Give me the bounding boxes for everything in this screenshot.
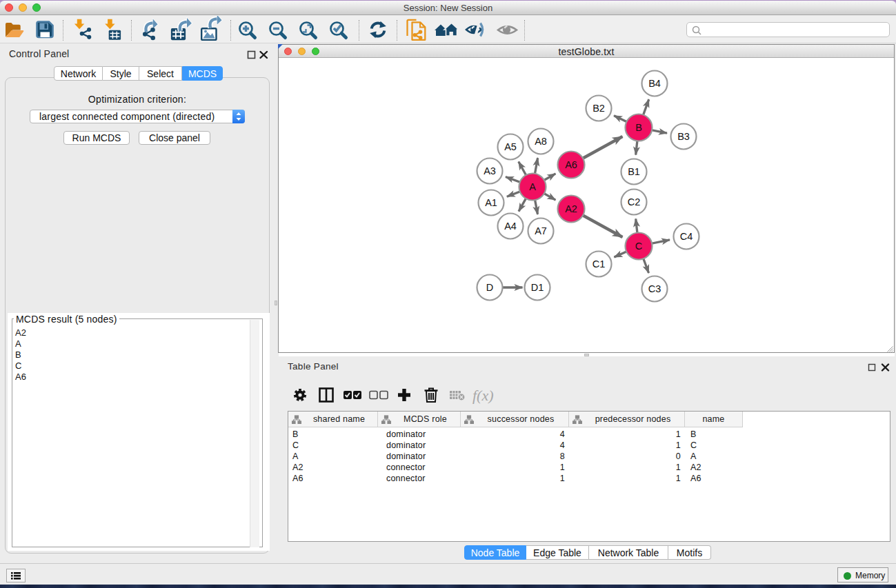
svg-text:D1: D1 [531,282,544,293]
svg-text:A2: A2 [565,203,577,214]
svg-text:f(x): f(x) [472,387,494,404]
svg-text:A: A [529,181,536,192]
svg-text:A8: A8 [535,136,547,147]
svg-text:B3: B3 [677,131,690,142]
svg-text:B4: B4 [648,78,661,89]
svg-text:C3: C3 [648,283,661,294]
svg-text:C: C [635,241,642,252]
svg-text:B: B [635,122,642,133]
svg-text:A1: A1 [485,197,497,208]
svg-text:B2: B2 [593,103,605,114]
svg-text:A6: A6 [565,159,577,170]
svg-text:C4: C4 [680,231,693,242]
svg-text:A5: A5 [504,141,517,152]
svg-text:A3: A3 [484,165,496,176]
svg-text:A7: A7 [535,225,547,236]
svg-text:C1: C1 [593,258,606,270]
svg-text:C2: C2 [628,196,641,207]
svg-text:A4: A4 [504,221,517,232]
svg-text:D: D [486,282,493,293]
svg-text:B1: B1 [628,166,640,177]
